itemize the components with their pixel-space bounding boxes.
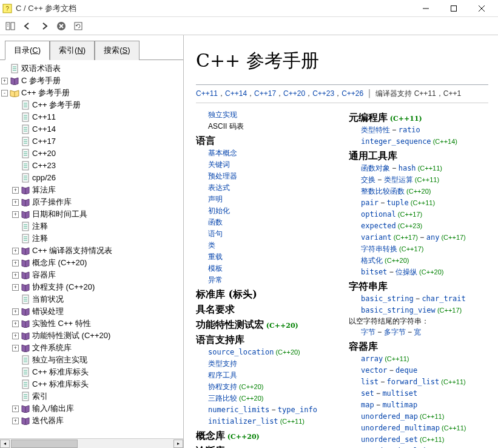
content-link[interactable]: multimap xyxy=(382,401,417,409)
forward-button[interactable] xyxy=(38,19,51,33)
version-link[interactable]: C++14 xyxy=(225,89,247,98)
content-link[interactable]: 语句 xyxy=(208,229,223,238)
tree-item[interactable]: cpp/26 xyxy=(12,172,182,184)
content-link[interactable]: 函数对象 xyxy=(361,164,390,172)
content-link[interactable]: tuple xyxy=(387,199,409,207)
content-pane[interactable]: C++ 参考手册 C++11，C++14，C++17，C++20，C++23，C… xyxy=(184,35,498,448)
content-link[interactable]: vector xyxy=(361,366,387,375)
content-link[interactable]: 函数 xyxy=(208,218,223,226)
content-link[interactable]: source_location xyxy=(208,348,274,356)
expand-icon[interactable]: + xyxy=(12,211,19,218)
content-link[interactable]: 交换 xyxy=(361,175,375,184)
content-link[interactable]: variant xyxy=(361,233,392,242)
content-link[interactable]: 位操纵 xyxy=(395,268,417,276)
content-link[interactable]: 类型特性 xyxy=(361,126,390,134)
content-link[interactable]: 表达式 xyxy=(208,183,230,192)
expand-icon[interactable]: + xyxy=(12,308,19,315)
content-link[interactable]: 类型支持 xyxy=(208,359,237,368)
expand-icon[interactable]: + xyxy=(12,284,19,291)
tree-item[interactable]: C++17 xyxy=(12,135,182,148)
content-link[interactable]: pair xyxy=(361,199,379,207)
version-link[interactable]: C++11 xyxy=(196,89,218,98)
expand-icon[interactable]: + xyxy=(12,321,19,327)
section-header[interactable]: 标准库 (标头) xyxy=(196,288,335,301)
tree-item[interactable]: C++11 xyxy=(12,111,182,123)
tab-搜索[interactable]: 搜索(S) xyxy=(95,41,139,60)
section-header[interactable]: 通用工具库 xyxy=(349,150,488,163)
content-link[interactable]: 模板 xyxy=(208,264,223,273)
content-link[interactable]: 独立实现 xyxy=(208,110,237,119)
content-link[interactable]: 关键词 xyxy=(208,160,230,169)
tree-item[interactable]: +实验性 C++ 特性 xyxy=(12,317,182,330)
tree-item[interactable]: C++ 参考手册 xyxy=(12,99,182,111)
expand-icon[interactable]: + xyxy=(12,333,19,339)
toggle-pane-button[interactable] xyxy=(4,19,17,33)
expand-icon[interactable]: + xyxy=(12,272,19,279)
tree-item[interactable]: 注释 xyxy=(12,232,182,245)
tree-item[interactable]: +原子操作库 xyxy=(12,196,182,208)
section-header[interactable]: 概念库 (C++20) xyxy=(196,430,335,443)
content-link[interactable]: unordered_multimap xyxy=(361,424,440,432)
content-link[interactable]: 三路比较 xyxy=(208,394,237,402)
tree-item[interactable]: +容器库 xyxy=(12,269,182,281)
content-link[interactable]: char_trait xyxy=(422,294,465,303)
content-link[interactable]: 预处理器 xyxy=(208,172,237,180)
section-header[interactable]: 字符串库 xyxy=(349,280,488,293)
content-link[interactable]: optional xyxy=(361,210,396,219)
content-link[interactable]: 多字节 xyxy=(384,328,406,336)
content-link[interactable]: expected xyxy=(361,222,396,230)
section-header[interactable]: 功能特性测试宏 (C++20) xyxy=(196,319,335,331)
content-link[interactable]: numeric_limits xyxy=(208,406,269,414)
content-link[interactable]: 基本概念 xyxy=(208,149,237,157)
tree-item[interactable]: 注释 xyxy=(12,220,182,232)
tab-索引[interactable]: 索引(N) xyxy=(50,41,95,60)
tree-item[interactable]: +C++ 编译器支持情况表 xyxy=(12,245,182,257)
version-link[interactable]: C++26 xyxy=(342,89,363,98)
expand-icon[interactable]: + xyxy=(12,187,19,194)
back-button[interactable] xyxy=(21,19,34,33)
tree-item[interactable]: +日期和时间工具 xyxy=(12,208,182,220)
section-header[interactable]: 元编程库 (C++11) xyxy=(349,112,488,124)
content-link[interactable]: hash xyxy=(399,164,416,172)
content-link[interactable]: ratio xyxy=(399,126,420,134)
expand-icon[interactable]: + xyxy=(12,345,19,351)
expand-icon[interactable]: + xyxy=(12,248,19,254)
content-link[interactable]: 异常 xyxy=(208,276,223,284)
refresh-button[interactable] xyxy=(72,19,85,33)
section-header[interactable]: 语言 xyxy=(196,135,335,148)
content-link[interactable]: 声明 xyxy=(208,195,223,203)
tree-item[interactable]: C++20 xyxy=(12,148,182,160)
section-header[interactable]: 具名要求 xyxy=(196,304,335,316)
content-link[interactable]: 类型运算 xyxy=(384,175,413,184)
content-link[interactable]: type_info xyxy=(278,406,317,414)
content-link[interactable]: array xyxy=(361,355,383,363)
expand-icon[interactable]: + xyxy=(1,78,8,84)
tree-item[interactable]: C++14 xyxy=(12,123,182,135)
content-link[interactable]: 重载 xyxy=(208,253,223,261)
tree-item[interactable]: +错误处理 xyxy=(12,305,182,317)
expand-icon[interactable]: + xyxy=(12,406,19,412)
version-link[interactable]: C++20 xyxy=(283,89,305,98)
scroll-left-button[interactable]: ◂ xyxy=(0,440,10,448)
expand-icon[interactable]: + xyxy=(12,199,19,206)
tree-item[interactable]: C++23 xyxy=(12,160,182,172)
content-link[interactable]: 格式化 xyxy=(361,256,383,265)
version-link[interactable]: C++17 xyxy=(254,89,276,98)
content-link[interactable]: 整数比较函数 xyxy=(361,187,405,195)
content-link[interactable]: list xyxy=(361,378,379,386)
tab-目录[interactable]: 目录(C) xyxy=(5,41,50,60)
tree-item[interactable]: -C++ 参考手册 xyxy=(1,87,182,99)
content-link[interactable]: basic_string_view xyxy=(361,306,436,314)
content-link[interactable]: integer_sequence xyxy=(361,137,431,146)
content-link[interactable]: 协程支持 xyxy=(208,382,237,391)
minimize-button[interactable] xyxy=(412,0,440,17)
content-link[interactable]: 字节 xyxy=(361,328,375,336)
tree-item[interactable]: +迭代器库 xyxy=(12,415,182,427)
content-link[interactable]: forward_list xyxy=(387,378,440,386)
expand-icon[interactable]: + xyxy=(12,260,19,266)
content-link[interactable]: 程序工具 xyxy=(208,371,237,379)
scroll-thumb[interactable] xyxy=(11,440,78,448)
tree-item[interactable]: 双语术语表 xyxy=(1,63,182,75)
content-link[interactable]: map xyxy=(361,401,374,409)
tree-item[interactable]: +概念库 (C++20) xyxy=(12,257,182,269)
